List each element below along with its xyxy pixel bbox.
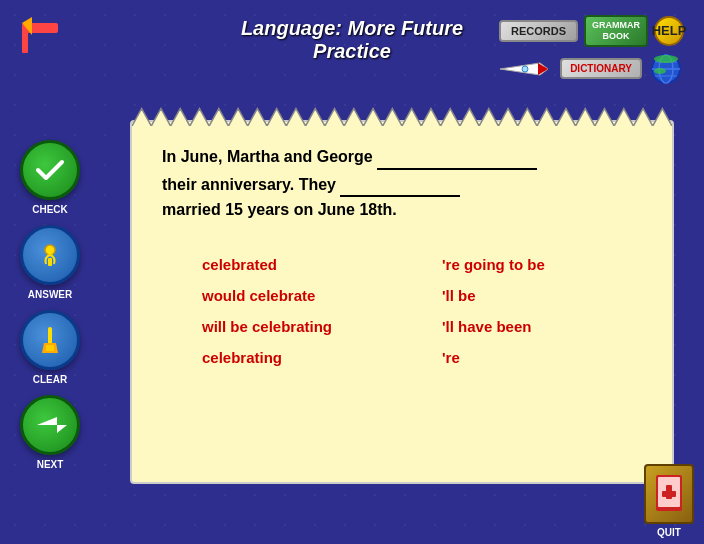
zigzag-border xyxy=(132,106,672,126)
next-button[interactable] xyxy=(20,395,80,455)
option-celebrating[interactable]: celebrating xyxy=(202,346,402,369)
quit-label: QUIT xyxy=(657,527,681,538)
globe-icon xyxy=(648,51,684,87)
toolbar: Language: More Future Practice RECORDS G… xyxy=(0,10,704,70)
answer-button[interactable] xyxy=(20,225,80,285)
svg-rect-14 xyxy=(48,258,52,266)
question-text-part2: their anniversary. They xyxy=(162,176,336,193)
svg-point-12 xyxy=(654,68,666,74)
svg-rect-15 xyxy=(48,327,52,345)
clear-label: CLEAR xyxy=(33,374,67,385)
next-label: NEXT xyxy=(37,459,64,470)
rocket-decoration xyxy=(500,60,550,78)
records-button[interactable]: RECORDS xyxy=(499,20,578,42)
svg-marker-18 xyxy=(37,417,67,433)
option-re[interactable]: 're xyxy=(442,346,642,369)
svg-rect-17 xyxy=(46,345,54,351)
svg-point-11 xyxy=(654,55,678,63)
option-celebrated[interactable]: celebrated xyxy=(202,253,402,276)
option-would-celebrate[interactable]: would celebrate xyxy=(202,284,402,307)
sidebar: CHECK ANSWER CLEAR xyxy=(20,140,80,470)
clear-button[interactable] xyxy=(20,310,80,370)
quit-area: QUIT xyxy=(644,464,694,534)
dictionary-button[interactable]: DICTIONARY xyxy=(560,58,642,79)
options-grid: celebrated 're going to be would celebra… xyxy=(162,253,642,369)
toolbar-buttons: RECORDS GRAMMAR BOOK HELP xyxy=(499,15,684,87)
check-btn-wrapper: CHECK xyxy=(20,140,80,215)
question-text-part3: married 15 years on June 18th. xyxy=(162,201,397,218)
blank-2 xyxy=(340,170,460,198)
notebook: In June, Martha and George their anniver… xyxy=(130,120,674,484)
option-re-going-to-be[interactable]: 're going to be xyxy=(442,253,642,276)
notebook-content: In June, Martha and George their anniver… xyxy=(132,122,672,389)
quit-button[interactable] xyxy=(644,464,694,524)
blank-1 xyxy=(377,142,537,170)
question-text-part1: In June, Martha and George xyxy=(162,148,373,165)
grammar-book-button[interactable]: GRAMMAR BOOK xyxy=(584,15,648,47)
option-ll-be[interactable]: 'll be xyxy=(442,284,642,307)
svg-rect-22 xyxy=(662,491,676,497)
clear-btn-wrapper: CLEAR xyxy=(20,310,80,385)
next-btn-wrapper: NEXT xyxy=(20,395,80,470)
question-block: In June, Martha and George their anniver… xyxy=(162,142,642,223)
check-label: CHECK xyxy=(32,204,68,215)
svg-point-5 xyxy=(522,66,528,72)
answer-label: ANSWER xyxy=(28,289,72,300)
check-button[interactable] xyxy=(20,140,80,200)
toolbar-right: RECORDS GRAMMAR BOOK HELP xyxy=(499,15,684,87)
answer-btn-wrapper: ANSWER xyxy=(20,225,80,300)
option-will-be-celebrating[interactable]: will be celebrating xyxy=(202,315,402,338)
help-button[interactable]: HELP xyxy=(654,16,684,46)
svg-point-13 xyxy=(45,245,55,255)
option-ll-have-been[interactable]: 'll have been xyxy=(442,315,642,338)
